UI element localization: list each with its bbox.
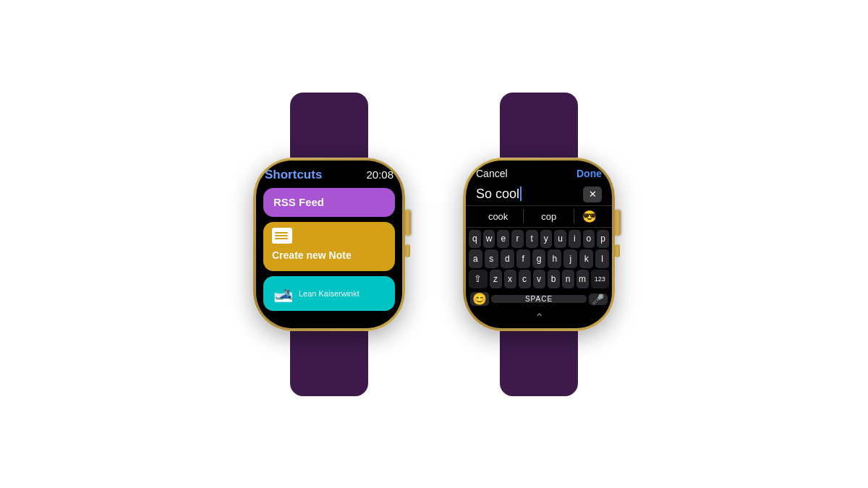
band-top-left [290,93,368,158]
key-o[interactable]: o [583,230,595,249]
key-w[interactable]: w [483,230,495,249]
ski-label: Lean Kaiserwinkt [299,289,359,298]
chevron-icon: ⌃ [535,312,544,324]
key-y[interactable]: y [540,230,553,249]
shortcuts-time: 20:08 [366,168,393,181]
key-c[interactable]: c [519,270,531,288]
backspace-button[interactable]: ✕ [583,187,602,202]
keyboard-header: Cancel Done [466,160,612,184]
key-q[interactable]: q [469,230,481,249]
shortcuts-title: Shortcuts [265,168,322,182]
key-j[interactable]: j [563,249,577,268]
shortcut-ski-item[interactable]: 🎿 Lean Kaiserwinkt [263,276,395,311]
rss-label: RSS Feed [273,196,324,208]
shortcut-note-item[interactable]: Create new Note [263,222,395,271]
key-l[interactable]: l [595,249,609,268]
key-row-3: ⇧ z x c v b n m 123 [469,270,609,288]
watch-button-left [405,244,410,257]
done-button[interactable]: Done [576,168,602,179]
band-bottom-left [290,331,368,396]
watch-body-left: Shortcuts 20:08 RSS Feed Create new Note… [253,158,405,331]
watch-button-right [615,244,620,257]
key-k[interactable]: k [579,249,593,268]
key-b[interactable]: b [548,270,560,288]
suggestion-0[interactable]: cook [473,209,523,224]
note-label: Create new Note [272,249,352,261]
text-area: So cool ✕ [466,184,612,205]
watch-right: Cancel Done So cool ✕ cook cop 😎 [463,93,615,396]
key-row-2: a s d f g h j k l [469,249,609,268]
band-bottom-right [500,331,578,396]
emoji-button[interactable]: 😊 [470,292,489,306]
key-e[interactable]: e [497,230,509,249]
shortcuts-screen: Shortcuts 20:08 RSS Feed Create new Note… [256,160,402,328]
key-z[interactable]: z [490,270,502,288]
cursor [520,187,522,201]
keyboard-screen: Cancel Done So cool ✕ cook cop 😎 [466,160,612,328]
key-s[interactable]: s [485,249,498,268]
key-h[interactable]: h [548,249,561,268]
key-r[interactable]: r [511,230,524,249]
numbers-button[interactable]: 123 [591,270,610,288]
shortcut-rss-item[interactable]: RSS Feed [263,188,395,217]
key-f[interactable]: f [516,249,530,268]
shortcuts-header: Shortcuts 20:08 [263,168,395,182]
watch-screen-right: Cancel Done So cool ✕ cook cop 😎 [466,160,612,328]
key-x[interactable]: x [504,270,516,288]
input-text: So cool [476,187,522,202]
key-row-4: 😊 SPACE 🎤 [469,290,609,309]
key-d[interactable]: d [501,249,514,268]
space-button[interactable]: SPACE [491,295,586,303]
key-a[interactable]: a [469,249,482,268]
ski-icon: 🎿 [273,284,293,303]
suggestion-2[interactable]: 😎 [574,207,605,226]
watch-crown-left [404,210,411,236]
key-t[interactable]: t [526,230,538,249]
suggestion-1[interactable]: cop [524,209,574,224]
keyboard-keys: q w e r t y u i o p a s [466,228,612,311]
watch-crown-right [614,210,621,236]
shift-button[interactable]: ⇧ [469,270,488,288]
band-top-right [500,93,578,158]
key-n[interactable]: n [562,270,574,288]
note-icon [272,228,292,244]
key-v[interactable]: v [533,270,545,288]
key-row-1: q w e r t y u i o p [469,230,609,249]
cancel-button[interactable]: Cancel [476,168,508,179]
watch-screen-left: Shortcuts 20:08 RSS Feed Create new Note… [256,160,402,328]
key-g[interactable]: g [532,249,546,268]
watch-left: Shortcuts 20:08 RSS Feed Create new Note… [253,93,405,396]
key-u[interactable]: u [554,230,566,249]
watch-body-right: Cancel Done So cool ✕ cook cop 😎 [463,158,615,331]
mic-button[interactable]: 🎤 [589,294,608,305]
key-i[interactable]: i [569,230,581,249]
key-m[interactable]: m [576,270,589,288]
key-p[interactable]: p [597,230,609,249]
keyboard-handle: ⌃ [466,311,612,328]
suggestions-bar: cook cop 😎 [466,205,612,228]
